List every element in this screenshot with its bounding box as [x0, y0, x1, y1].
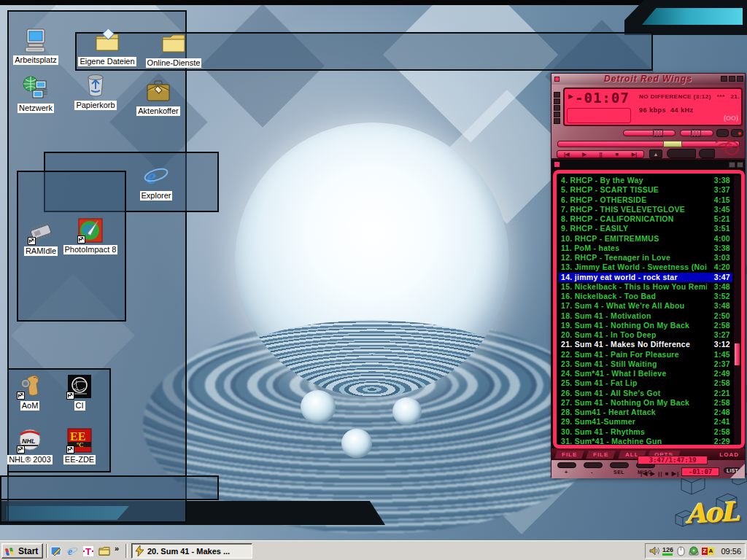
- desktop-icon-explorer[interactable]: e Explorer: [123, 163, 190, 201]
- file-add-button[interactable]: FILE: [554, 451, 584, 459]
- cd-program-tray-icon[interactable]: [689, 546, 699, 556]
- minimize-button[interactable]: [721, 76, 727, 82]
- track-duration: 3:48: [707, 282, 730, 292]
- internet-explorer-quicklaunch-icon[interactable]: e: [66, 545, 79, 557]
- playlist-menu-button[interactable]: [554, 162, 560, 167]
- track-title: 5. RHCP - SCART TISSUE: [561, 185, 659, 195]
- playlist-close-button[interactable]: [737, 162, 743, 168]
- visualizer-area[interactable]: [567, 108, 631, 123]
- eject-button[interactable]: ▲: [649, 149, 662, 158]
- t-online-icon[interactable]: T: [82, 545, 95, 557]
- playlist-shade-button[interactable]: [729, 162, 735, 168]
- temperature-monitor-icon[interactable]: 126: [662, 547, 673, 556]
- track-duration: 5:21: [707, 214, 730, 224]
- remove-button[interactable]: [584, 462, 603, 468]
- track-duration: 2:58: [707, 398, 730, 408]
- playlist-track[interactable]: 29. Sum41-Summer2:41: [559, 417, 732, 427]
- playlist-track[interactable]: 18. Sum 41 - Motivation2:50: [559, 311, 732, 321]
- playlist-track[interactable]: 13. Jimmy Eat World - Sweetness (Noise r…: [559, 262, 732, 272]
- playlist-track[interactable]: 9. RHCP - EASILY3:51: [559, 224, 732, 233]
- track-title-marquee[interactable]: NO DIFFERENCE (3:12) *** 21.: [639, 93, 740, 100]
- playlist-track[interactable]: 10. RHCP - EMITREMMUS4:00: [559, 234, 732, 244]
- playlist-track[interactable]: 12. RHCP - Teenager in Love3:03: [559, 253, 732, 262]
- playlist-scrollbar[interactable]: [734, 176, 740, 446]
- svg-text:e: e: [68, 546, 72, 557]
- desktop-icon-aktenkoffer[interactable]: Aktenkoffer: [125, 79, 192, 116]
- playlist-track[interactable]: 28. Sum41 - Heart Attack2:48: [559, 408, 732, 417]
- playlist-track[interactable]: 8. RHCP - CALIFORNICATION5:21: [559, 214, 732, 224]
- track-title: 9. RHCP - EASILY: [561, 224, 628, 233]
- show-desktop-icon[interactable]: [50, 545, 63, 557]
- stop-button[interactable]: ■: [615, 151, 618, 158]
- playlist-track[interactable]: 5. RHCP - SCART TISSUE3:37: [559, 185, 732, 195]
- playlist-track[interactable]: 25. Sum 41 - Fat Lip2:58: [559, 378, 732, 388]
- playlist-track[interactable]: 14. jimmy eat world - rock star3:47: [559, 273, 732, 282]
- quicklaunch-chevron[interactable]: »: [115, 544, 119, 553]
- winamp-menu-button[interactable]: [554, 77, 560, 82]
- playlist-track[interactable]: 31. Sum*41 - Machine Gun2:29: [559, 437, 732, 446]
- scrollbar-thumb[interactable]: [735, 343, 740, 365]
- track-duration: 2:58: [707, 378, 730, 388]
- volume-icon[interactable]: [649, 546, 659, 556]
- winamp-main-window[interactable]: Detroit Red Wings ▶ -01:07 NO DIFFERENCE…: [551, 73, 746, 159]
- next-button[interactable]: ▶|: [632, 151, 637, 158]
- zonealarm-tray-icon[interactable]: Z A: [702, 548, 714, 555]
- select-button[interactable]: [610, 462, 629, 468]
- close-button[interactable]: [737, 76, 743, 82]
- previous-button[interactable]: |◀: [564, 151, 569, 158]
- playlist-titlebar[interactable]: [551, 160, 745, 170]
- playlist-track[interactable]: 20. Sum 41 - In Too Deep3:27: [559, 330, 732, 340]
- desktop-icon-arbeitsplatz[interactable]: Arbeitsplatz: [2, 28, 69, 65]
- playlist-track[interactable]: 6. RHCP - OTHERSIDE4:15: [559, 195, 732, 205]
- desktop-icon-netzwerk[interactable]: Netzwerk: [2, 76, 69, 113]
- pause-button[interactable]: ||: [600, 151, 603, 158]
- balance-slider[interactable]: [680, 130, 713, 136]
- playlist-track[interactable]: 17. Sum 4 - What We're All Abou3:48: [559, 301, 732, 311]
- load-button[interactable]: LOAD: [719, 451, 739, 458]
- desktop-icon-papierkorb[interactable]: Papierkorb: [62, 73, 129, 110]
- file-remove-button[interactable]: FILE: [587, 451, 616, 459]
- track-time-display[interactable]: -01:07: [575, 90, 630, 106]
- playlist-track[interactable]: 23. Sum 41 - Still Waiting2:37: [559, 359, 732, 369]
- desktop-icon-photoimpact[interactable]: PhotoImpact 8: [57, 217, 124, 254]
- desktop-icon-online-dienste[interactable]: Online-Dienste: [140, 31, 207, 68]
- track-title: 24. Sum*41 - What I Believe: [561, 369, 667, 378]
- resize-grip[interactable]: [730, 464, 745, 478]
- playlist-track[interactable]: 7. RHCP - THIS VELEVETGLOVE3:45: [559, 205, 732, 214]
- desktop-icon-ci[interactable]: CI: [46, 373, 113, 411]
- mouse-tray-icon[interactable]: [676, 546, 686, 556]
- desktop-icon-eigene-dateien[interactable]: Eigene Dateien: [74, 29, 141, 66]
- shade-button[interactable]: [729, 76, 735, 82]
- playlist-track[interactable]: 26. Sum 41 - All She's Got2:21: [559, 389, 732, 398]
- winamp-clutterbar[interactable]: [554, 92, 560, 125]
- playlist-track[interactable]: 11. PoM - hates3:38: [559, 244, 732, 253]
- playlist-track[interactable]: 22. Sum 41 - Pain For Pleasure1:45: [559, 350, 732, 359]
- playlist-track[interactable]: 24. Sum*41 - What I Believe2:49: [559, 369, 732, 378]
- playlist-track[interactable]: 15. Nickelback - This Is How You Remind …: [559, 282, 732, 292]
- explorer-folder-icon[interactable]: [98, 545, 111, 557]
- start-button[interactable]: Start: [1, 543, 43, 559]
- playlist-track[interactable]: 4. RHCP - By the Way3:38: [559, 176, 732, 185]
- playlist-track[interactable]: 19. Sum 41 - Nothing On My Back2:58: [559, 321, 732, 330]
- wallpaper-teal-strip-top: [642, 8, 743, 25]
- playlist-track[interactable]: 16. Nickelback - Too Bad3:52: [559, 292, 732, 301]
- winamp-playlist-window[interactable]: 4. RHCP - By the Way3:385. RHCP - SCART …: [551, 159, 746, 478]
- desktop-icon-ee-zde[interactable]: EE ºC EE-ZDE: [46, 427, 113, 464]
- seek-handle[interactable]: [663, 141, 682, 147]
- playlist-track[interactable]: 27. Sum 41 - Nothing On My Back2:58: [559, 398, 732, 408]
- taskbar-clock[interactable]: 09:56: [721, 547, 741, 556]
- playlist-track[interactable]: 30. Sum 41 - Rhythms2:58: [559, 427, 732, 437]
- track-title: 13. Jimmy Eat World - Sweetness (Noise r…: [561, 262, 707, 272]
- playlist-track[interactable]: 21. Sum 41 - Makes No Difference3:12: [559, 340, 732, 349]
- shuffle-button[interactable]: [667, 149, 696, 158]
- track-title: 19. Sum 41 - Nothing On My Back: [561, 321, 689, 330]
- play-indicator-icon: ▶: [568, 93, 573, 100]
- add-button[interactable]: [557, 462, 576, 468]
- repeat-button[interactable]: [699, 149, 715, 158]
- play-button[interactable]: ▶: [582, 151, 586, 158]
- track-title: 12. RHCP - Teenager in Love: [561, 253, 670, 262]
- seek-bar[interactable]: [557, 141, 740, 147]
- volume-slider[interactable]: [623, 130, 676, 136]
- winamp-titlebar[interactable]: Detroit Red Wings: [551, 74, 745, 85]
- winamp-taskbar-button[interactable]: 20. Sum 41 - Makes ...: [131, 543, 252, 559]
